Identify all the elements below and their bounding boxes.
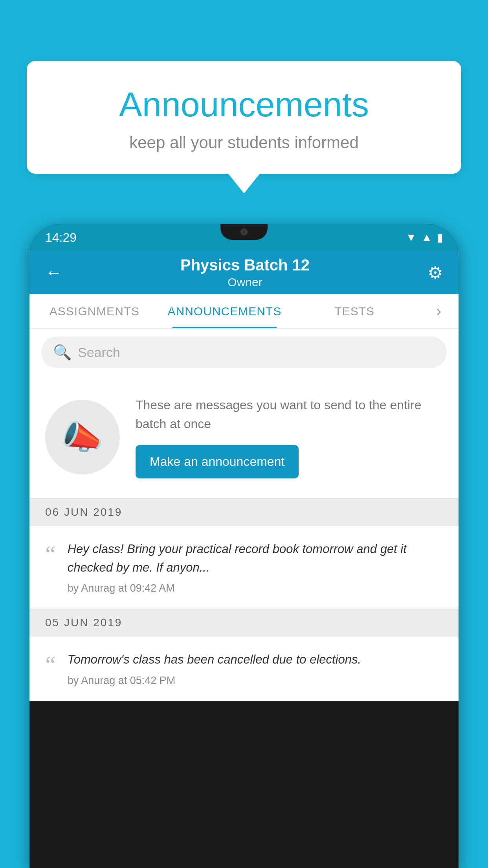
tab-announcements[interactable]: ANNOUNCEMENTS xyxy=(160,294,290,328)
announcement-meta-2: by Anurag at 05:42 PM xyxy=(68,675,443,687)
announcement-content-2: Tomorrow's class has been cancelled due … xyxy=(68,651,443,687)
speech-bubble-title: Announcements xyxy=(58,85,430,125)
speech-bubble-container: Announcements keep all your students inf… xyxy=(27,61,461,193)
announcement-text-2: Tomorrow's class has been cancelled due … xyxy=(68,651,443,669)
date-divider-1: 06 JUN 2019 xyxy=(29,498,459,526)
promo-card: 📣 These are messages you want to send to… xyxy=(29,376,459,498)
announcement-meta-1: by Anurag at 09:42 AM xyxy=(68,582,443,594)
back-button[interactable]: ← xyxy=(45,263,62,282)
search-icon: 🔍 xyxy=(53,344,72,361)
promo-description: These are messages you want to send to t… xyxy=(136,395,443,433)
battery-icon: ▮ xyxy=(437,231,443,244)
settings-icon[interactable]: ⚙ xyxy=(427,263,443,283)
announcement-item-1[interactable]: “ Hey class! Bring your practical record… xyxy=(29,526,459,609)
status-icons: ▼ ▲ ▮ xyxy=(406,231,443,244)
quote-icon-2: “ xyxy=(45,653,56,676)
make-announcement-button[interactable]: Make an announcement xyxy=(136,445,299,478)
search-placeholder: Search xyxy=(78,345,120,360)
speech-bubble-subtitle: keep all your students informed xyxy=(58,133,430,152)
announcement-item-2[interactable]: “ Tomorrow's class has been cancelled du… xyxy=(29,636,459,701)
content-area: 🔍 Search 📣 These are messages you want t… xyxy=(29,329,459,701)
phone-screen: ← Physics Batch 12 Owner ⚙ ASSIGNMENTS A… xyxy=(29,251,459,701)
user-role: Owner xyxy=(180,276,310,289)
search-container: 🔍 Search xyxy=(29,329,459,376)
camera xyxy=(240,228,248,235)
tab-tests[interactable]: TESTS xyxy=(290,294,420,328)
megaphone-icon: 📣 xyxy=(62,417,103,457)
speech-bubble-arrow xyxy=(228,174,260,193)
tab-assignments[interactable]: ASSIGNMENTS xyxy=(29,294,160,328)
promo-icon-circle: 📣 xyxy=(45,400,120,474)
wifi-icon: ▼ xyxy=(406,231,417,244)
announcement-content-1: Hey class! Bring your practical record b… xyxy=(68,540,443,594)
header-title-block: Physics Batch 12 Owner xyxy=(180,256,310,289)
quote-icon-1: “ xyxy=(45,542,56,566)
speech-bubble: Announcements keep all your students inf… xyxy=(27,61,461,174)
batch-title: Physics Batch 12 xyxy=(180,256,310,274)
status-bar: 14:29 ▼ ▲ ▮ xyxy=(29,224,459,251)
app-header: ← Physics Batch 12 Owner ⚙ xyxy=(29,251,459,294)
notch xyxy=(220,224,268,240)
announcement-text-1: Hey class! Bring your practical record b… xyxy=(68,540,443,577)
search-bar[interactable]: 🔍 Search xyxy=(41,337,447,368)
promo-text-block: These are messages you want to send to t… xyxy=(136,395,443,478)
signal-icon: ▲ xyxy=(421,231,432,244)
phone-frame: 14:29 ▼ ▲ ▮ ← Physics Batch 12 Owner ⚙ A… xyxy=(29,224,459,868)
status-time: 14:29 xyxy=(45,230,77,245)
tab-more[interactable]: › xyxy=(420,294,459,328)
date-divider-2: 05 JUN 2019 xyxy=(29,609,459,636)
tabs-container: ASSIGNMENTS ANNOUNCEMENTS TESTS › xyxy=(29,294,459,329)
